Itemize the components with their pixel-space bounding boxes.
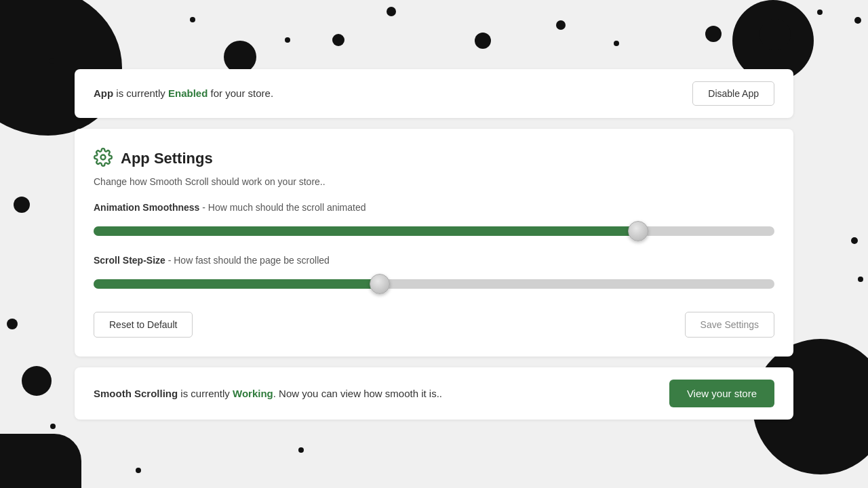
working-status-panel: Smooth Scrolling is currently Working. N… [75, 367, 793, 420]
working-status-text: Smooth Scrolling is currently Working. N… [94, 388, 442, 399]
settings-actions: Reset to Default Save Settings [94, 312, 774, 338]
settings-header: App Settings [94, 148, 774, 169]
smoothness-slider-container [94, 220, 774, 243]
stepsize-slider-container [94, 272, 774, 296]
view-your-store-button[interactable]: View your store [669, 380, 774, 407]
content-wrapper: App is currently Enabled for your store.… [0, 0, 868, 488]
smooth-scrolling-label: Smooth Scrolling [94, 388, 178, 399]
settings-title: App Settings [121, 150, 213, 167]
working-badge: Working [233, 388, 273, 399]
enabled-badge: Enabled [168, 87, 208, 99]
status-suffix-text: for your store. [208, 87, 273, 99]
app-status-text: App is currently Enabled for your store. [94, 87, 273, 99]
stepsize-setting-row: Scroll Step-Size - How fast should the p… [94, 255, 774, 296]
stepsize-label-title: Scroll Step-Size [94, 255, 165, 266]
smoothness-label: Animation Smoothness - How much should t… [94, 202, 774, 213]
smoothness-label-desc: - How much should the scroll animated [199, 202, 366, 213]
reset-to-default-button[interactable]: Reset to Default [94, 312, 193, 338]
settings-subtitle: Change how Smooth Scroll should work on … [94, 176, 774, 187]
working-middle-text: is currently [178, 388, 233, 399]
save-settings-button[interactable]: Save Settings [685, 312, 774, 338]
disable-app-button[interactable]: Disable App [692, 81, 774, 106]
settings-panel: App Settings Change how Smooth Scroll sh… [75, 129, 793, 357]
app-status-panel: App is currently Enabled for your store.… [75, 69, 793, 118]
stepsize-label: Scroll Step-Size - How fast should the p… [94, 255, 774, 266]
smoothness-label-title: Animation Smoothness [94, 202, 199, 213]
gear-icon [94, 148, 113, 169]
working-suffix-text: . Now you can view how smooth it is.. [273, 388, 442, 399]
smoothness-slider-track [94, 226, 774, 236]
panels-container: App is currently Enabled for your store.… [75, 69, 793, 420]
stepsize-label-desc: - How fast should the page be scrolled [165, 255, 330, 266]
status-middle-text: is currently [113, 87, 168, 99]
svg-point-0 [101, 155, 106, 159]
app-label: App [94, 87, 113, 99]
smoothness-setting-row: Animation Smoothness - How much should t… [94, 202, 774, 243]
stepsize-slider-track [94, 279, 774, 289]
